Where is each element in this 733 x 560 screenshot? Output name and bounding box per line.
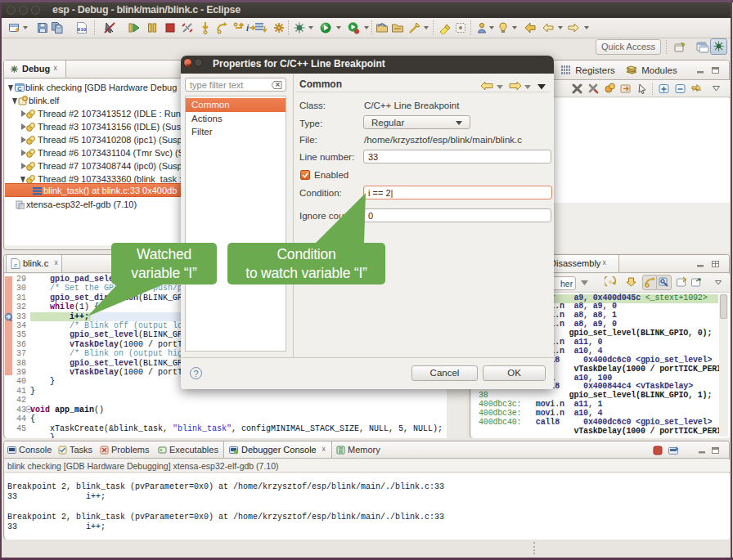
svg-text:C: C bbox=[17, 85, 22, 92]
svg-text:i: i bbox=[246, 23, 250, 33]
svg-text:010: 010 bbox=[78, 27, 87, 33]
svg-text:c: c bbox=[14, 262, 17, 269]
